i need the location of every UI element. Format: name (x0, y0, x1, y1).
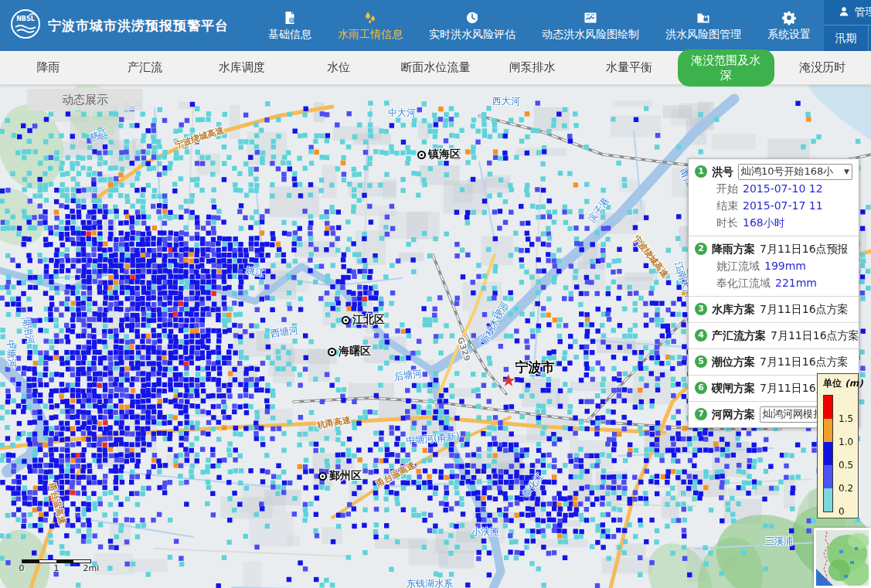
step-badge: 1 (695, 165, 707, 178)
panel-group-2: 2降雨方案7月11日16点预报姚江流域199mm奉化江流域221mm (689, 236, 859, 296)
legend-tick-label: 0.5 (839, 460, 853, 471)
detail-key: 奉化江流域 (716, 274, 771, 291)
detail-value: 221mm (775, 274, 817, 291)
detail-value: 2015-07-10 12 (743, 180, 823, 197)
chevron-down-icon: ▼ (844, 163, 849, 180)
chart-icon (583, 9, 598, 26)
user-name: 管理员 (855, 5, 871, 19)
panel-detail-row: 奉化江流域221mm (695, 274, 852, 291)
menu-item-label: 基础信息 (268, 28, 311, 42)
svg-text:NBSL: NBSL (16, 15, 35, 22)
detail-value: 168小时 (743, 214, 785, 231)
sub-tab-7[interactable]: 水量平衡 (580, 60, 677, 75)
legend-segment (824, 465, 832, 488)
map-area: 慈江中大河西大河滨子港甬江江南大河姚江西塘河后塘河新杨木碶河中塘河(甬新)奉化江… (0, 85, 871, 588)
sub-tab-8[interactable]: 淹没范围及水深 (678, 49, 774, 87)
legend-segment (824, 396, 832, 419)
drops-icon (362, 9, 378, 26)
panel-group-1: 1洪号灿鸿10号开始168小▼开始2015-07-10 12结束2015-07-… (689, 159, 859, 236)
depth-legend: 单位 (m) 1.51.00.50.20 (817, 373, 859, 518)
legend-color-bar: 1.51.00.50.20 (823, 395, 833, 512)
panel-row-value: 7月11日16点预报 (760, 240, 849, 257)
detail-key: 开始 (716, 180, 738, 197)
scale-segment (22, 560, 39, 563)
sub-tab-2[interactable]: 产汇流 (97, 60, 193, 75)
sub-tab-5[interactable]: 断面水位流量 (387, 60, 484, 75)
panel-row: 2降雨方案7月11日16点预报 (695, 240, 852, 257)
legend-title: 单位 (m) (823, 377, 858, 390)
panel-detail-row: 姚江流域199mm (695, 257, 852, 274)
legend-tick-label: 0.2 (839, 483, 853, 494)
clock-icon (464, 9, 480, 26)
detail-key: 结束 (716, 197, 738, 214)
sub-tab-label: 淹没范围及水深 (678, 49, 774, 87)
panel-group-5: 5潮位方案7月11日16点方案 (689, 348, 859, 375)
panel-row-label: 水库方案 (712, 301, 755, 318)
menu-item-6[interactable]: 系统设置 (754, 0, 824, 51)
menu-item-5[interactable]: 洪水风险图管理 (652, 0, 754, 51)
dynamic-display-button[interactable]: 动态展示 (27, 89, 143, 110)
detail-key: 时长 (716, 214, 738, 231)
menu-item-label: 动态洪水风险图绘制 (542, 28, 639, 42)
step-badge: 2 (695, 243, 707, 255)
legend-segment (824, 488, 832, 512)
detail-key: 姚江流域 (716, 257, 760, 274)
app-title: 宁波市城市洪涝预报预警平台 (48, 17, 229, 35)
user-box: 管理员 汛期 (824, 0, 871, 51)
scale-bar: 012mi (19, 559, 111, 574)
menu-item-4[interactable]: 动态洪水风险图绘制 (529, 0, 652, 51)
sub-tab-1[interactable]: 降雨 (0, 60, 97, 75)
menu-item-2[interactable]: 水雨工情信息 (325, 0, 416, 51)
sub-tab-label: 水位 (327, 60, 350, 75)
app-logo-icon: NBSL (9, 8, 42, 43)
panel-select[interactable]: 灿鸿10号开始168小▼ (738, 164, 852, 180)
sub-nav: 降雨产汇流水库调度水位断面水位流量闸泵排水水量平衡淹没范围及水深淹没历时 (0, 51, 871, 85)
panel-row-label: 河网方案 (712, 406, 755, 423)
sub-tab-4[interactable]: 水位 (291, 60, 387, 75)
gear-icon (781, 9, 797, 26)
menu-item-label: 系统设置 (767, 28, 811, 42)
panel-row-label: 降雨方案 (712, 240, 755, 257)
step-badge: 6 (695, 382, 707, 394)
brand: NBSL 宁波市城市洪涝预报预警平台 (0, 0, 255, 51)
step-badge: 5 (695, 355, 707, 368)
step-badge: 4 (695, 329, 707, 342)
legend-tick-label: 1.0 (839, 437, 853, 447)
overview-minimap[interactable] (814, 528, 871, 588)
panel-row-value: 7月11日16点方案 (760, 353, 849, 370)
user-menu[interactable]: 管理员 (824, 0, 871, 25)
panel-row-label: 碶闸方案 (712, 379, 755, 396)
panel-row: 1洪号灿鸿10号开始168小▼ (695, 163, 852, 180)
sub-tab-label: 水库调度 (219, 60, 265, 75)
sub-tab-label: 淹没历时 (799, 60, 845, 75)
scale-segment (73, 560, 90, 563)
menu-item-label: 实时洪水风险评估 (429, 28, 515, 42)
detail-value: 199mm (764, 257, 806, 274)
sub-tab-6[interactable]: 闸泵排水 (484, 60, 580, 75)
panel-detail-row: 时长168小时 (695, 214, 852, 231)
scale-label: 1 (54, 563, 60, 573)
panel-row: 3水库方案7月11日16点方案 (695, 301, 852, 318)
panel-group-3: 3水库方案7月11日16点方案 (689, 296, 859, 322)
minimap-toggle-icon[interactable] (816, 569, 833, 586)
panel-row: 5潮位方案7月11日16点方案 (695, 353, 852, 370)
flood-season-button[interactable]: 汛期 (824, 25, 869, 51)
sub-tab-9[interactable]: 淹没历时 (774, 60, 871, 75)
sub-tab-label: 水量平衡 (606, 60, 652, 75)
menu-item-3[interactable]: 实时洪水风险评估 (416, 0, 529, 51)
sub-tab-label: 降雨 (37, 60, 60, 75)
user-bottom: 汛期 (824, 25, 871, 51)
panel-group-4: 4产汇流方案7月11日16点方案 (689, 322, 859, 348)
sub-tab-label: 断面水位流量 (400, 60, 470, 75)
panel-row-value: 7月11日16点方案 (760, 301, 849, 318)
detail-value: 2015-07-17 11 (743, 197, 823, 214)
legend-tick-label: 0 (839, 506, 845, 517)
legend-tick-label: 1.5 (839, 413, 853, 424)
menu-item-1[interactable]: 基础信息 (255, 0, 325, 51)
panel-row-label: 产汇流方案 (712, 327, 766, 344)
top-menu: 基础信息水雨工情信息实时洪水风险评估动态洪水风险图绘制洪水风险图管理系统设置 (255, 0, 824, 51)
panel-row-value: 7月11日16点方案 (771, 327, 859, 344)
sub-tab-3[interactable]: 水库调度 (193, 60, 290, 75)
sub-tab-label: 闸泵排水 (509, 60, 556, 75)
doc-icon (282, 9, 298, 26)
